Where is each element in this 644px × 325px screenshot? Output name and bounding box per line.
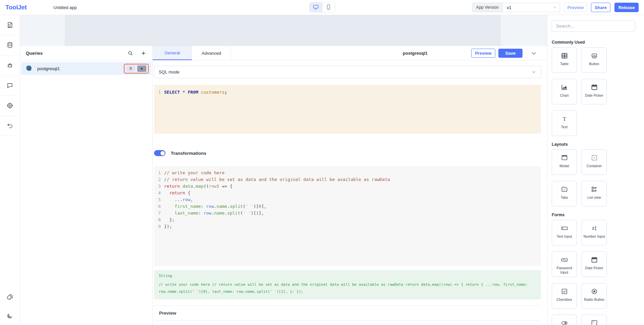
sidebar-item-datasources[interactable] xyxy=(0,35,20,55)
add-query-icon[interactable] xyxy=(141,50,146,56)
settings-icon xyxy=(6,102,13,109)
play-icon xyxy=(140,66,143,71)
preview-app-button[interactable]: Preview xyxy=(564,3,587,12)
tooljet-logo[interactable]: ToolJet xyxy=(5,4,27,11)
query-list-item[interactable]: postgresql1 xyxy=(21,62,151,75)
code-line: 1// write your code here xyxy=(154,170,541,176)
mobile-icon xyxy=(326,4,332,11)
sidebar-item-comments[interactable] xyxy=(0,76,20,96)
share-button[interactable]: Share xyxy=(591,3,610,12)
transformation-code-editor[interactable]: 1// write your code here2// return value… xyxy=(154,166,541,266)
line-number: 4 xyxy=(154,190,164,196)
run-query-button[interactable] xyxy=(137,65,146,72)
text-icon: T xyxy=(560,114,569,123)
search-queries-icon[interactable] xyxy=(128,50,133,56)
widget-section-title: Layouts xyxy=(552,142,635,147)
widget-card-text-input[interactable]: Text Input xyxy=(552,220,577,245)
widget-card-chart[interactable]: Chart xyxy=(552,79,577,104)
app-title[interactable]: Untitled app xyxy=(53,5,77,10)
widget-label: Chart xyxy=(559,93,570,98)
mobile-view-button[interactable] xyxy=(322,3,335,12)
tab-general[interactable]: General xyxy=(153,46,192,60)
code-line: 5 ...row, xyxy=(154,196,541,203)
widget-card-list-view[interactable]: List view xyxy=(582,181,607,206)
widget-section: Commonly UsedTableOKButtonChartDate Pick… xyxy=(552,40,635,136)
widget-card-radio-button[interactable]: Radio Button xyxy=(582,283,607,309)
sidebar-item-undo[interactable] xyxy=(0,116,20,136)
widget-card-container[interactable]: Container xyxy=(582,149,607,175)
widget-section-title: Commonly Used xyxy=(552,40,635,45)
sidebar-item-dark-mode[interactable] xyxy=(0,306,20,325)
sql-code-editor[interactable]: 1SELECT * FROM customers; xyxy=(154,85,541,134)
query-mode-value: SQL mode xyxy=(159,69,180,75)
query-editor-panel: General Advanced postgresql1 Preview Sav… xyxy=(153,46,547,325)
code-line: 4 return { xyxy=(154,190,541,196)
widget-card-number-input[interactable]: 2Number Input xyxy=(582,220,607,245)
query-preview-section-title: Preview xyxy=(159,311,176,316)
sidebar-item-help[interactable] xyxy=(0,287,20,306)
pages-icon xyxy=(6,21,13,29)
widget-card-password-input[interactable]: **Password Input xyxy=(552,251,577,277)
widget-label: Tabs xyxy=(559,195,569,200)
line-number: 1 xyxy=(154,89,164,96)
datepicker-icon xyxy=(590,256,599,264)
widget-card-toggle-switch[interactable]: Toggle Switch xyxy=(552,315,577,325)
query-editor-title: postgresql1 xyxy=(403,51,428,56)
sidebar-item-settings[interactable] xyxy=(0,96,20,116)
delete-query-button[interactable] xyxy=(126,65,135,72)
line-number: 7 xyxy=(154,210,164,217)
chevron-down-icon xyxy=(531,69,536,75)
release-button[interactable]: Release xyxy=(614,3,639,12)
queries-panel: Queries postgresql1 xyxy=(20,46,153,325)
code-text: }; xyxy=(164,217,175,223)
widget-card-text[interactable]: TText xyxy=(552,110,577,136)
widget-sections: Commonly UsedTableOKButtonChartDate Pick… xyxy=(552,40,635,325)
passwordinput-icon: ** xyxy=(560,256,569,264)
query-mode-select[interactable]: SQL mode xyxy=(154,66,541,78)
widgets-panel: Commonly UsedTableOKButtonChartDate Pick… xyxy=(547,15,644,325)
collapse-editor-icon[interactable] xyxy=(531,50,537,56)
code-text: return data.map((row) => { xyxy=(164,183,233,190)
desktop-view-button[interactable] xyxy=(309,3,322,12)
widget-card-modal[interactable]: Modal xyxy=(552,149,577,175)
datepicker-icon xyxy=(590,83,599,92)
widget-card-date-picker[interactable]: Date Picker xyxy=(582,251,607,277)
canvas-area[interactable] xyxy=(65,15,501,46)
transformations-toggle[interactable] xyxy=(154,150,165,156)
widget-label: Date Picker xyxy=(584,266,604,270)
code-line: 7 last_name: row.name.split(' ')[1], xyxy=(154,210,541,217)
transformation-result: String // write your code here // return… xyxy=(154,270,541,299)
widget-label: Number Input xyxy=(583,234,606,239)
widget-card-table[interactable]: Table xyxy=(552,47,577,73)
postgresql-icon xyxy=(25,65,33,72)
widget-grid: Text Input2Number Input**Password InputD… xyxy=(552,220,635,325)
widget-card-button[interactable]: OKButton xyxy=(582,47,607,73)
app-version-value: v1 xyxy=(503,5,552,10)
query-name: postgresql1 xyxy=(37,66,60,71)
sidebar-item-debugger[interactable] xyxy=(0,55,20,76)
widget-search-input[interactable] xyxy=(552,20,635,32)
app-canvas[interactable] xyxy=(20,15,547,46)
left-sidebar xyxy=(0,15,20,325)
widget-card-date-picker[interactable]: Date Picker xyxy=(582,79,607,104)
query-preview-button[interactable]: Preview xyxy=(471,49,495,58)
tab-advanced[interactable]: Advanced xyxy=(192,46,231,60)
query-save-button[interactable]: Save xyxy=(498,49,523,58)
code-line: 9}); xyxy=(154,223,541,230)
code-line: 8 }; xyxy=(154,217,541,223)
trash-icon xyxy=(129,66,133,71)
query-preview-section: Preview xyxy=(154,306,541,321)
line-number: 9 xyxy=(154,223,164,230)
comments-icon xyxy=(6,82,13,89)
widget-label: Password Input xyxy=(552,266,577,275)
widget-card-checkbox[interactable]: Checkbox xyxy=(552,283,577,309)
sidebar-item-pages[interactable] xyxy=(0,15,20,35)
widget-card-tabs[interactable]: Tabs xyxy=(552,181,577,206)
checkbox-icon xyxy=(560,287,569,296)
listview-icon xyxy=(590,185,599,194)
textinput-icon xyxy=(560,224,569,233)
widget-section: FormsText Input2Number Input**Password I… xyxy=(552,213,635,325)
app-version-select[interactable]: App Version v1 xyxy=(472,3,560,12)
datasources-icon xyxy=(6,42,13,49)
widget-card-textarea[interactable]: TTextarea xyxy=(582,315,607,325)
